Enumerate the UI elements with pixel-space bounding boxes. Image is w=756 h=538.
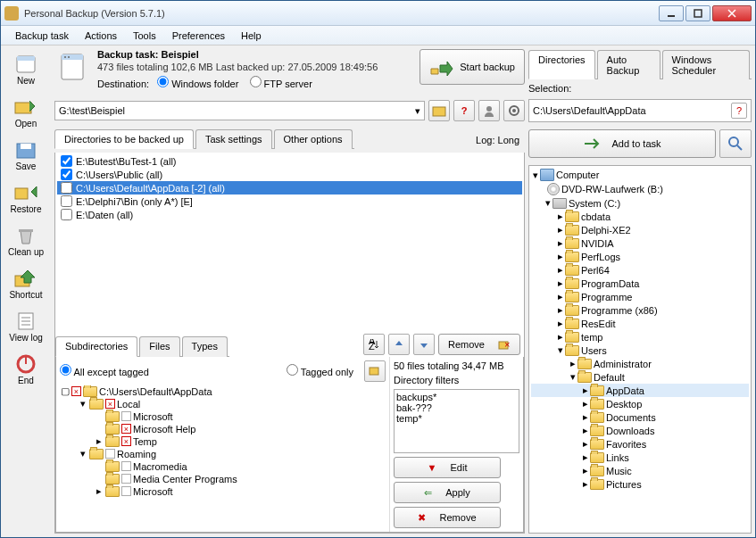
expand-icon[interactable]: ▸ <box>558 277 563 289</box>
drive-tree-node[interactable]: ▸ AppData <box>531 384 749 397</box>
drive-tree-node[interactable]: ▸ Downloads <box>531 424 749 437</box>
drive-tree-node[interactable]: ▸ NVIDIA <box>531 236 749 250</box>
drive-tree-node[interactable]: ▸ ProgramData <box>531 277 749 290</box>
sort-button[interactable]: AZ <box>363 334 385 355</box>
dir-checkbox[interactable] <box>61 195 72 207</box>
filter-item[interactable]: temp* <box>396 413 517 424</box>
expand-icon[interactable]: ▸ <box>583 451 588 463</box>
rtab-win-scheduler[interactable]: Windows Scheduler <box>662 50 750 79</box>
expand-icon[interactable]: ▸ <box>558 251 563 262</box>
filter-item[interactable]: bak-??? <box>396 402 517 413</box>
help-red-button[interactable]: ? <box>453 100 475 121</box>
expand-icon[interactable]: ▾ <box>78 399 87 409</box>
menu-backup-task[interactable]: Backup task <box>8 29 76 43</box>
dir-item[interactable]: E:\Delphi7\Bin (only A*) [E] <box>57 195 522 208</box>
tab-task-settings[interactable]: Task settings <box>195 129 272 149</box>
start-backup-button[interactable]: Start backup <box>420 49 525 85</box>
filter-remove-button[interactable]: ✖ Remove <box>394 507 501 528</box>
drive-tree-node[interactable]: ▸ Perl64 <box>531 263 749 277</box>
expand-icon[interactable]: ▸ <box>583 398 588 410</box>
remove-dir-button[interactable]: Remove × <box>438 334 520 355</box>
tag-empty-icon[interactable] <box>105 449 115 459</box>
dir-checkbox[interactable] <box>61 182 72 194</box>
drive-tree-node[interactable]: ▸ ResEdit <box>531 317 749 330</box>
tag-options-button[interactable] <box>364 360 386 382</box>
menu-preferences[interactable]: Preferences <box>165 29 232 43</box>
dir-item[interactable]: C:\Users\Public (all) <box>57 168 522 181</box>
drive-tree-node[interactable]: ▸ PerfLogs <box>531 250 749 263</box>
tag-x-icon[interactable]: × <box>121 424 131 434</box>
expand-icon[interactable]: ▾ <box>545 197 551 209</box>
user-button[interactable] <box>478 100 500 121</box>
radio-all-except[interactable]: All except tagged <box>60 364 149 377</box>
sidebar-open[interactable]: Open <box>4 92 48 133</box>
drive-tree-node[interactable]: DVD-RW-Laufwerk (B:) <box>531 182 749 196</box>
gear-button[interactable] <box>503 100 525 121</box>
close-button[interactable] <box>712 5 752 21</box>
expand-icon[interactable]: ▸ <box>558 304 563 316</box>
drive-tree-node[interactable]: ▸ Pictures <box>531 477 749 491</box>
dir-checkbox[interactable] <box>61 169 72 180</box>
tab-directories[interactable]: Directories to be backed up <box>54 129 194 149</box>
filter-apply-button[interactable]: ⇐ Apply <box>394 482 501 503</box>
drive-tree-node[interactable]: ▾ Computer <box>531 168 749 182</box>
tag-empty-icon[interactable] <box>121 474 131 484</box>
expand-icon[interactable]: ▾ <box>570 371 576 383</box>
sidebar-save[interactable]: Save <box>4 135 48 176</box>
expand-icon[interactable]: ▸ <box>558 211 563 222</box>
tab-other-options[interactable]: Other options <box>274 129 353 149</box>
radio-ftp-server[interactable]: FTP server <box>250 79 312 89</box>
drive-tree-node[interactable]: ▸ Programme (x86) <box>531 303 749 317</box>
expand-icon[interactable]: ▸ <box>94 486 104 496</box>
subtree-node[interactable]: Microsoft <box>60 410 386 423</box>
directory-list[interactable]: E:\Butest\BuTest-1 (all)C:\Users\Public … <box>55 153 524 332</box>
rtab-auto-backup[interactable]: Auto Backup <box>597 50 660 79</box>
expand-icon[interactable]: ▸ <box>94 436 104 446</box>
destination-combo[interactable]: G:\test\Beispiel ▾ <box>54 101 425 120</box>
move-down-button[interactable] <box>413 334 435 355</box>
menu-help[interactable]: Help <box>234 29 269 43</box>
drive-tree-node[interactable]: ▸ temp <box>531 330 749 343</box>
dir-checkbox[interactable] <box>61 155 72 167</box>
expand-icon[interactable]: ▸ <box>558 318 563 329</box>
menu-tools[interactable]: Tools <box>126 29 163 43</box>
search-button[interactable] <box>719 129 752 158</box>
expand-icon[interactable]: ▸ <box>558 291 563 302</box>
subtree-node[interactable]: × Microsoft Help <box>60 423 386 435</box>
dir-checkbox[interactable] <box>61 209 72 220</box>
drive-tree-node[interactable]: ▾ Users <box>531 343 749 357</box>
drive-tree-node[interactable]: ▾ System (C:) <box>531 196 749 210</box>
dir-item[interactable]: E:\Butest\BuTest-1 (all) <box>57 154 522 168</box>
subtree-node[interactable]: ▸ × Temp <box>60 435 386 448</box>
drive-tree-node[interactable]: ▸ Programme <box>531 290 749 303</box>
expand-icon[interactable]: ▸ <box>558 264 563 276</box>
expand-icon[interactable]: ▾ <box>533 170 538 181</box>
expand-icon[interactable]: ▸ <box>583 411 588 423</box>
drive-tree-node[interactable]: ▸ Documents <box>531 410 749 424</box>
radio-tagged-only[interactable]: Tagged only <box>287 364 353 377</box>
add-to-task-button[interactable]: Add to task <box>528 129 716 158</box>
drive-tree-node[interactable]: ▸ cbdata <box>531 210 749 223</box>
rtab-directories[interactable]: Directories <box>528 50 595 79</box>
tag-x-icon[interactable]: × <box>121 436 131 446</box>
menu-actions[interactable]: Actions <box>78 29 124 43</box>
drive-tree-node[interactable]: ▸ Desktop <box>531 397 749 410</box>
subtree-node[interactable]: ▾ Roaming <box>60 448 386 460</box>
sidebar-end[interactable]: End <box>4 349 48 390</box>
drive-tree[interactable]: ▾ Computer DVD-RW-Laufwerk (B:)▾ System … <box>528 165 752 534</box>
expand-icon[interactable]: ▸ <box>558 224 563 236</box>
expand-icon[interactable]: ▸ <box>583 465 588 476</box>
filter-edit-button[interactable]: ▼ Edit <box>394 457 501 478</box>
help-button[interactable]: ? <box>731 103 747 119</box>
dir-item[interactable]: C:\Users\Default\AppData [-2] (all) <box>57 181 522 195</box>
subtab-files[interactable]: Files <box>139 336 179 357</box>
expand-icon[interactable]: ▸ <box>583 425 588 436</box>
filter-list[interactable]: backups*bak-???temp* <box>394 389 519 454</box>
tag-empty-icon[interactable] <box>121 411 131 421</box>
tag-empty-icon[interactable] <box>121 486 131 496</box>
sidebar-restore[interactable]: Restore <box>4 178 48 219</box>
tag-x-icon[interactable]: × <box>105 399 115 409</box>
drive-tree-node[interactable]: ▸ Links <box>531 451 749 464</box>
radio-windows-folder[interactable]: Windows folder <box>157 79 238 89</box>
subdirectory-tree[interactable]: ▢× C:\Users\Default\AppData▾ × Local Mic… <box>60 385 386 529</box>
